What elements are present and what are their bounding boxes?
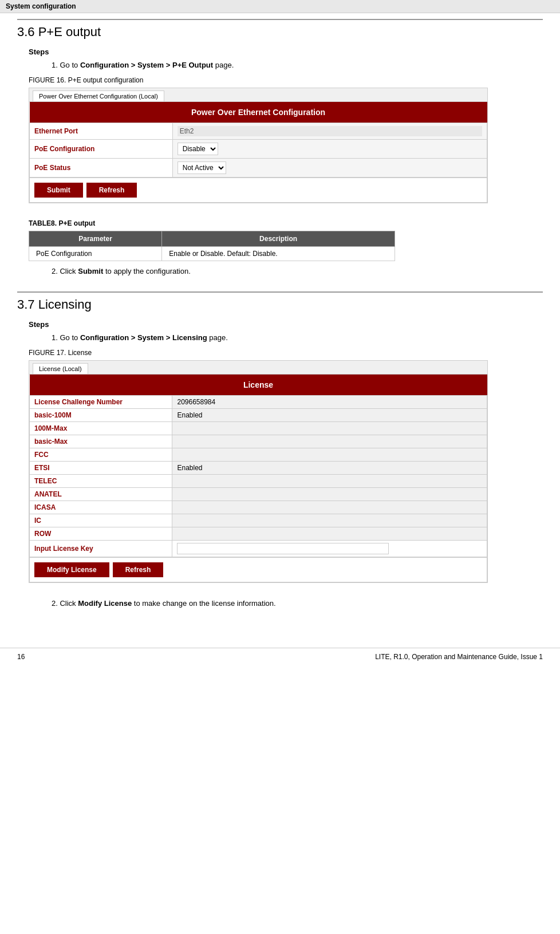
table-row: 100M-Max bbox=[30, 422, 487, 435]
step2-text-1: 2. Click Submit to apply the configurati… bbox=[52, 267, 543, 275]
table-row: basic-Max bbox=[30, 435, 487, 448]
table-row: IC bbox=[30, 514, 487, 527]
row-value bbox=[172, 527, 487, 541]
license-config-table: License License Challenge Number 2096658… bbox=[29, 375, 487, 582]
table8-caption: TABLE8. P+E output bbox=[29, 219, 543, 227]
poe-config-select-cell: Disable Enable bbox=[172, 140, 487, 159]
modify-license-button[interactable]: Modify License bbox=[34, 562, 109, 577]
telec-value bbox=[172, 475, 487, 488]
basic-max-value bbox=[172, 435, 487, 448]
poe-config-label: PoE Configuration bbox=[30, 140, 173, 159]
figure-label-1: FIGURE 16. P+E output configuration bbox=[29, 76, 543, 84]
section-divider-2 bbox=[17, 291, 543, 293]
figure-container-2: License (Local) License License Challeng… bbox=[29, 360, 488, 583]
table-row: FCC bbox=[30, 448, 487, 462]
figure-container-1: Power Over Ethernet Configuration (Local… bbox=[29, 88, 488, 203]
basic-100m-value: Enabled bbox=[172, 409, 487, 422]
step1-text-2: 1. Go to Configuration > System > Licens… bbox=[52, 333, 543, 342]
steps-label-2: Steps bbox=[29, 320, 543, 329]
poe-status-label: PoE Status bbox=[30, 159, 173, 178]
table-row: ANATEL bbox=[30, 488, 487, 501]
table-row: PoE Configuration Disable Enable bbox=[30, 140, 487, 159]
poe-config-table: Power Over Ethernet Configuration Ethern… bbox=[29, 102, 487, 203]
license-challenge-label: License Challenge Number bbox=[30, 396, 172, 409]
fcc-value bbox=[172, 448, 487, 462]
input-license-key-cell bbox=[172, 541, 487, 557]
page-number: 16 bbox=[17, 653, 25, 661]
ic-label: IC bbox=[30, 514, 172, 527]
step1-text-1: 1. Go to Configuration > System > P+E Ou… bbox=[52, 61, 543, 69]
ethernet-port-value bbox=[172, 123, 487, 140]
poe-status-select-cell: Not Active Active bbox=[172, 159, 487, 178]
section-divider-1 bbox=[17, 19, 543, 20]
anatel-value bbox=[172, 488, 487, 501]
section-title-2: 3.7 Licensing bbox=[17, 297, 543, 312]
section-title-1: 3.6 P+E output bbox=[17, 25, 543, 40]
poe-table-header: Power Over Ethernet Configuration bbox=[30, 102, 487, 123]
basic-100m-label: basic-100M bbox=[30, 409, 172, 422]
poe-config-select[interactable]: Disable Enable bbox=[178, 143, 218, 155]
ethernet-port-label: Ethernet Port bbox=[30, 123, 173, 140]
desc-param-value: PoE Configuration bbox=[29, 247, 162, 261]
table-row: ICASA bbox=[30, 501, 487, 514]
poe-refresh-button[interactable]: Refresh bbox=[86, 183, 137, 198]
input-license-key-input[interactable] bbox=[177, 543, 389, 554]
icasa-value bbox=[172, 501, 487, 514]
poe-status-select[interactable]: Not Active Active bbox=[178, 161, 226, 174]
100m-max-label: 100M-Max bbox=[30, 422, 172, 435]
license-refresh-button[interactable]: Refresh bbox=[113, 562, 164, 577]
figure-label-2: FIGURE 17. License bbox=[29, 349, 543, 357]
table-row: ETSI Enabled bbox=[30, 462, 487, 475]
license-challenge-value: 2096658984 bbox=[172, 396, 487, 409]
desc-table-1: Parameter Description PoE Configuration … bbox=[29, 231, 395, 261]
icasa-label: ICASA bbox=[30, 501, 172, 514]
ic-value bbox=[172, 514, 487, 527]
fcc-label: FCC bbox=[30, 448, 172, 462]
basic-max-label: basic-Max bbox=[30, 435, 172, 448]
table-row: ROW bbox=[30, 527, 487, 541]
table-row: PoE Configuration Enable or Disable. Def… bbox=[29, 247, 395, 261]
poe-submit-button[interactable]: Submit bbox=[34, 183, 83, 198]
desc-desc-value: Enable or Disable. Default: Disable. bbox=[162, 247, 395, 261]
input-license-key-label: Input License Key bbox=[30, 541, 172, 557]
desc-col-parameter: Parameter bbox=[29, 231, 162, 247]
step2-text-2: 2. Click Modify License to make change o… bbox=[52, 599, 543, 608]
etsi-label: ETSI bbox=[30, 462, 172, 475]
page-header: System configuration bbox=[0, 0, 560, 13]
row-label: ROW bbox=[30, 527, 172, 541]
100m-max-value bbox=[172, 422, 487, 435]
telec-label: TELEC bbox=[30, 475, 172, 488]
tab-license-local[interactable]: License (Local) bbox=[33, 363, 88, 374]
page-footer: 16 LITE, R1.0, Operation and Maintenance… bbox=[0, 648, 560, 665]
doc-title: LITE, R1.0, Operation and Maintenance Gu… bbox=[375, 653, 543, 661]
table-row: PoE Status Not Active Active bbox=[30, 159, 487, 178]
table-row: basic-100M Enabled bbox=[30, 409, 487, 422]
anatel-label: ANATEL bbox=[30, 488, 172, 501]
table-row: Input License Key bbox=[30, 541, 487, 557]
tab-poe-local[interactable]: Power Over Ethernet Configuration (Local… bbox=[33, 90, 164, 101]
table-row: License Challenge Number 2096658984 bbox=[30, 396, 487, 409]
ethernet-port-input[interactable] bbox=[178, 126, 482, 136]
license-table-header: License bbox=[30, 375, 487, 396]
table-row: Ethernet Port bbox=[30, 123, 487, 140]
desc-col-description: Description bbox=[162, 231, 395, 247]
steps-label-1: Steps bbox=[29, 48, 543, 56]
etsi-value: Enabled bbox=[172, 462, 487, 475]
table-row: TELEC bbox=[30, 475, 487, 488]
